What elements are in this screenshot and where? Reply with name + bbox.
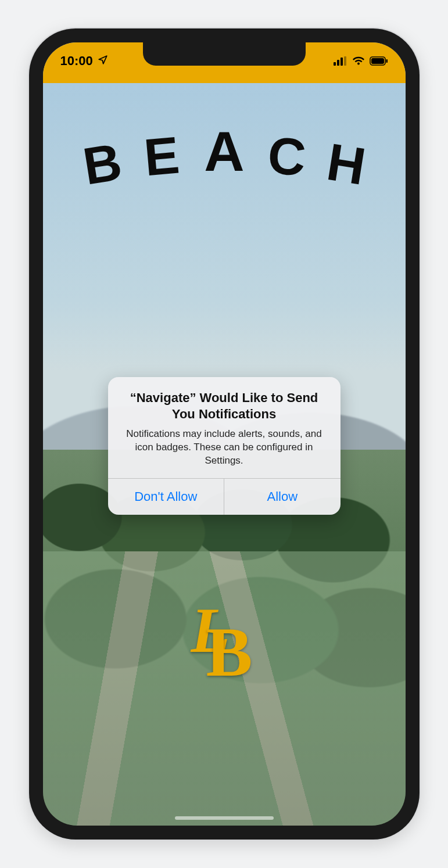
alert-title: “Navigate” Would Like to Send You Notifi… bbox=[121, 390, 328, 428]
alert-button-row: Don't Allow Allow bbox=[108, 478, 341, 515]
alert-body: “Navigate” Would Like to Send You Notifi… bbox=[108, 377, 341, 478]
allow-button[interactable]: Allow bbox=[224, 479, 341, 515]
notification-permission-alert: “Navigate” Would Like to Send You Notifi… bbox=[108, 377, 341, 515]
phone-frame: 10:00 B E bbox=[29, 28, 420, 840]
alert-message: Notifications may include alerts, sounds… bbox=[121, 428, 328, 468]
alert-backdrop: “Navigate” Would Like to Send You Notifi… bbox=[43, 42, 406, 826]
phone-screen: 10:00 B E bbox=[43, 42, 406, 826]
phone-notch bbox=[143, 42, 306, 66]
dont-allow-button[interactable]: Don't Allow bbox=[108, 479, 224, 515]
home-indicator[interactable] bbox=[175, 816, 274, 820]
